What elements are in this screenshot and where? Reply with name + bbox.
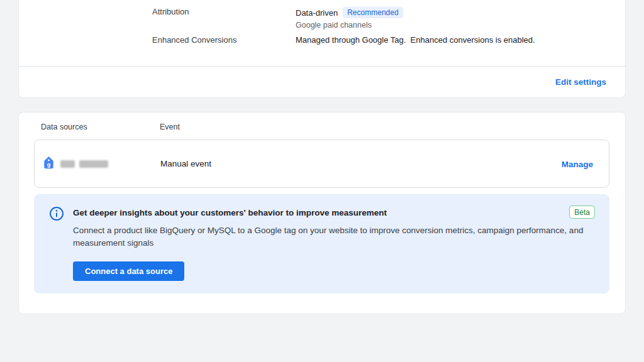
redacted-source-name [60,160,108,168]
conversion-settings-card: Attribution Data-driven Recommended Goog… [18,0,626,98]
enhanced-conversions-value: Managed through Google Tag. Enhanced con… [296,35,535,45]
svg-text:g: g [47,162,51,168]
attribution-value: Data-driven [296,8,338,18]
settings-rows: Attribution Data-driven Recommended Goog… [19,0,625,48]
insights-banner: Get deeper insights about your customers… [34,194,609,293]
data-source-row: g Manual event Manage [34,140,609,188]
banner-description: Connect a product like BigQuery or MySQL… [73,224,595,250]
edit-settings-link[interactable]: Edit settings [555,77,606,87]
column-header-data-sources: Data sources [41,123,160,131]
attribution-value-block: Data-driven Recommended Google paid chan… [296,7,606,35]
data-sources-card: Data sources Event g Manual event [18,112,626,314]
page: Attribution Data-driven Recommended Goog… [0,0,644,362]
manage-link[interactable]: Manage [562,160,593,169]
recommended-badge: Recommended [343,7,402,18]
beta-badge: Beta [569,206,595,219]
enhanced-conversions-value-block: Managed through Google Tag. Enhanced con… [296,35,606,48]
connect-data-source-button[interactable]: Connect a data source [73,261,184,281]
banner-title: Get deeper insights about your customers… [73,206,387,217]
column-header-event: Event [160,123,180,131]
manage-cell: Manage [562,158,609,170]
info-icon [49,206,64,293]
attribution-subvalue: Google paid channels [296,21,606,30]
attribution-label: Attribution [152,7,296,35]
banner-content: Get deeper insights about your customers… [73,206,595,293]
enhanced-conversions-label: Enhanced Conversions [152,35,296,48]
event-cell: Manual event [160,159,562,168]
data-sources-table-header: Data sources Event [19,112,625,131]
settings-footer: Edit settings [19,67,625,97]
source-cell: g [43,156,160,172]
google-tag-icon: g [43,156,54,172]
